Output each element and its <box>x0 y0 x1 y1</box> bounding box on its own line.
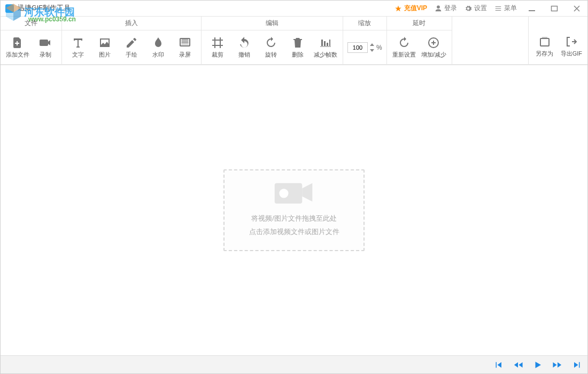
group-zoom: 缩放 % <box>343 17 387 64</box>
zoom-suffix: % <box>376 44 382 51</box>
plus-minus-icon <box>427 36 440 49</box>
group-insert: 插入 文字 图片 手绘 <box>62 17 202 64</box>
undo-icon <box>238 36 251 49</box>
reset-icon <box>398 36 411 49</box>
forward-icon <box>552 360 563 370</box>
image-button[interactable]: 图片 <box>93 34 117 61</box>
group-edit: 编辑 裁剪 撤销 旋转 <box>202 17 343 64</box>
menu-icon <box>494 5 502 12</box>
window-title: 迅捷GIF制作工具 <box>18 4 71 13</box>
dropzone-text-1: 将视频/图片文件拖拽至此处 <box>251 212 337 225</box>
export-icon <box>565 35 578 48</box>
settings-button[interactable]: 设置 <box>465 4 487 13</box>
undo-button[interactable]: 撤销 <box>233 34 256 61</box>
watermark-icon <box>152 36 165 49</box>
go-start-icon <box>493 360 503 370</box>
svg-rect-4 <box>181 40 189 45</box>
add-file-icon <box>11 36 24 49</box>
group-title: 编辑 <box>202 17 343 30</box>
screen-record-icon <box>179 36 191 49</box>
delete-button[interactable]: 删除 <box>286 34 310 61</box>
camera-icon <box>39 36 52 49</box>
screen-record-button[interactable]: 录屏 <box>173 34 197 61</box>
vip-icon <box>394 5 402 12</box>
go-start-button[interactable] <box>493 360 503 370</box>
rewind-icon <box>513 360 523 370</box>
group-title: 缩放 <box>343 17 386 30</box>
dropzone-camera-icon <box>273 178 315 207</box>
group-title: 插入 <box>62 17 201 30</box>
reduce-frames-icon <box>319 36 332 49</box>
app-icon <box>5 4 14 13</box>
text-button[interactable]: 文字 <box>66 34 90 61</box>
close-icon <box>573 5 581 12</box>
text-icon <box>72 36 84 49</box>
increase-decrease-button[interactable]: 增加/减少 <box>420 34 447 61</box>
image-icon <box>98 36 111 49</box>
svg-rect-2 <box>552 6 558 11</box>
svg-rect-6 <box>540 38 549 46</box>
go-end-icon <box>572 360 582 370</box>
reduce-frames-button[interactable]: 减少帧数 <box>313 34 338 61</box>
maximize-icon <box>551 5 558 12</box>
pencil-icon <box>125 36 138 49</box>
zoom-spinner-icon[interactable] <box>369 43 375 52</box>
play-button[interactable] <box>533 360 543 370</box>
canvas-area: 将视频/图片文件拖拽至此处 点击添加视频文件或图片文件 <box>1 65 587 355</box>
crop-button[interactable]: 裁剪 <box>206 34 229 61</box>
svg-rect-7 <box>542 37 547 39</box>
crop-icon <box>211 36 224 49</box>
svg-point-9 <box>279 189 288 198</box>
login-button[interactable]: 登录 <box>435 4 457 13</box>
rotate-button[interactable]: 旋转 <box>259 34 283 61</box>
maximize-button[interactable] <box>547 1 562 16</box>
drop-zone[interactable]: 将视频/图片文件拖拽至此处 点击添加视频文件或图片文件 <box>223 169 365 251</box>
save-as-icon <box>538 35 551 48</box>
minimize-button[interactable] <box>524 1 539 16</box>
titlebar: 迅捷GIF制作工具 充值VIP 登录 设置 菜单 <box>1 1 587 17</box>
reset-delay-button[interactable]: 重新设置 <box>391 34 417 61</box>
zoom-input[interactable] <box>347 42 368 53</box>
rewind-button[interactable] <box>513 360 523 370</box>
group-file: 文件 添加文件 录制 <box>1 17 62 64</box>
play-icon <box>533 360 543 370</box>
add-file-button[interactable]: 添加文件 <box>5 34 30 61</box>
close-button[interactable] <box>569 1 584 16</box>
player-bar <box>1 355 587 373</box>
group-title: 文件 <box>1 17 61 30</box>
user-icon <box>435 5 442 12</box>
go-end-button[interactable] <box>572 360 582 370</box>
ribbon-toolbar: 文件 添加文件 录制 插入 文字 <box>1 17 587 65</box>
record-button[interactable]: 录制 <box>34 34 57 61</box>
minimize-icon <box>528 5 536 12</box>
menu-button[interactable]: 菜单 <box>494 4 517 13</box>
watermark-button[interactable]: 水印 <box>146 34 170 61</box>
rotate-icon <box>265 36 277 49</box>
vip-button[interactable]: 充值VIP <box>394 4 427 13</box>
forward-button[interactable] <box>552 360 563 370</box>
draw-button[interactable]: 手绘 <box>120 34 143 61</box>
group-delay: 延时 重新设置 增加/减少 <box>387 17 452 64</box>
dropzone-text-2: 点击添加视频文件或图片文件 <box>249 225 339 239</box>
trash-icon <box>291 36 304 49</box>
svg-rect-0 <box>5 4 14 13</box>
export-gif-button[interactable]: 导出GIF <box>560 33 583 60</box>
gear-icon <box>465 5 472 12</box>
group-title: 延时 <box>387 17 452 30</box>
group-export: . 另存为 导出GIF <box>528 17 587 64</box>
svg-rect-1 <box>529 10 535 11</box>
save-as-button[interactable]: 另存为 <box>533 33 556 60</box>
